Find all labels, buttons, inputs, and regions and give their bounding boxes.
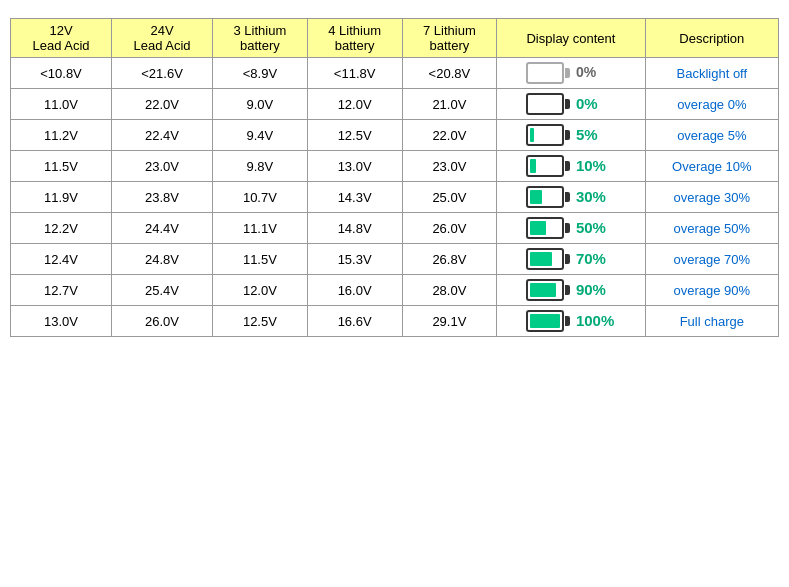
cell-v12: 13.0V — [11, 306, 112, 337]
cell-v3l: <8.9V — [213, 58, 308, 89]
cell-v3l: 11.5V — [213, 244, 308, 275]
cell-v7l: 28.0V — [402, 275, 497, 306]
cell-display: 90% — [497, 275, 645, 306]
battery-tip — [565, 130, 570, 140]
table-row: 11.9V23.8V10.7V14.3V25.0V30%overage 30% — [11, 182, 779, 213]
cell-v7l: 22.0V — [402, 120, 497, 151]
battery-body — [526, 124, 564, 146]
battery-tip — [565, 285, 570, 295]
cell-v4l: <11.8V — [307, 58, 402, 89]
cell-v3l: 9.8V — [213, 151, 308, 182]
cell-display: 30% — [497, 182, 645, 213]
cell-display: 5% — [497, 120, 645, 151]
battery-icon — [526, 248, 570, 270]
cell-description: overage 70% — [645, 244, 778, 275]
battery-fill — [530, 159, 536, 173]
cell-v3l: 9.0V — [213, 89, 308, 120]
table-row: 13.0V26.0V12.5V16.6V29.1V100%Full charge — [11, 306, 779, 337]
cell-v24: 26.0V — [112, 306, 213, 337]
cell-description: Backlight off — [645, 58, 778, 89]
cell-v4l: 16.0V — [307, 275, 402, 306]
battery-tip — [565, 161, 570, 171]
cell-v4l: 14.3V — [307, 182, 402, 213]
battery-body — [526, 62, 564, 84]
cell-description: overage 5% — [645, 120, 778, 151]
header-7li: 7 Lithiumbattery — [402, 19, 497, 58]
battery-percentage: 30% — [576, 188, 616, 207]
header-display: Display content — [497, 19, 645, 58]
cell-v12: 12.2V — [11, 213, 112, 244]
cell-v12: 11.2V — [11, 120, 112, 151]
cell-v3l: 12.0V — [213, 275, 308, 306]
battery-body — [526, 93, 564, 115]
header-3li: 3 Lithiumbattery — [213, 19, 308, 58]
display-cell: 10% — [503, 155, 638, 177]
battery-fill — [530, 252, 552, 266]
cell-v12: <10.8V — [11, 58, 112, 89]
cell-v4l: 12.5V — [307, 120, 402, 151]
battery-percentage: 10% — [576, 157, 616, 176]
cell-v12: 11.5V — [11, 151, 112, 182]
cell-v12: 11.0V — [11, 89, 112, 120]
header-12v: 12VLead Acid — [11, 19, 112, 58]
cell-v12: 12.7V — [11, 275, 112, 306]
cell-v7l: 21.0V — [402, 89, 497, 120]
display-cell: 0% — [503, 62, 638, 84]
cell-v7l: 23.0V — [402, 151, 497, 182]
cell-v4l: 15.3V — [307, 244, 402, 275]
cell-description: overage 30% — [645, 182, 778, 213]
battery-percentage: 90% — [576, 281, 616, 300]
display-cell: 30% — [503, 186, 638, 208]
cell-v12: 12.4V — [11, 244, 112, 275]
cell-v24: 24.4V — [112, 213, 213, 244]
display-cell: 90% — [503, 279, 638, 301]
battery-body — [526, 186, 564, 208]
cell-v4l: 16.6V — [307, 306, 402, 337]
cell-display: 0% — [497, 89, 645, 120]
battery-icon — [526, 310, 570, 332]
display-cell: 5% — [503, 124, 638, 146]
cell-v24: <21.6V — [112, 58, 213, 89]
battery-fill — [530, 283, 556, 297]
cell-v4l: 12.0V — [307, 89, 402, 120]
display-cell: 70% — [503, 248, 638, 270]
cell-display: 100% — [497, 306, 645, 337]
battery-percentage: 5% — [576, 126, 616, 145]
cell-description: overage 0% — [645, 89, 778, 120]
battery-percentage: 70% — [576, 250, 616, 269]
cell-v24: 25.4V — [112, 275, 213, 306]
display-cell: 100% — [503, 310, 638, 332]
cell-v24: 23.0V — [112, 151, 213, 182]
header-4li: 4 Lithiumbattery — [307, 19, 402, 58]
cell-description: Full charge — [645, 306, 778, 337]
battery-icon — [526, 186, 570, 208]
cell-v24: 24.8V — [112, 244, 213, 275]
battery-percentage: 0% — [576, 95, 616, 114]
cell-display: 70% — [497, 244, 645, 275]
table-row: 11.2V22.4V9.4V12.5V22.0V5%overage 5% — [11, 120, 779, 151]
cell-v24: 22.4V — [112, 120, 213, 151]
header-24v: 24VLead Acid — [112, 19, 213, 58]
battery-percentage: 0% — [576, 64, 616, 82]
display-cell: 50% — [503, 217, 638, 239]
battery-tip — [565, 254, 570, 264]
battery-icon — [526, 62, 570, 84]
table-row: 11.0V22.0V9.0V12.0V21.0V0%overage 0% — [11, 89, 779, 120]
cell-description: overage 50% — [645, 213, 778, 244]
table-row: 12.4V24.8V11.5V15.3V26.8V70%overage 70% — [11, 244, 779, 275]
cell-display: 50% — [497, 213, 645, 244]
table-row: 12.2V24.4V11.1V14.8V26.0V50%overage 50% — [11, 213, 779, 244]
table-row: 11.5V23.0V9.8V13.0V23.0V10%Overage 10% — [11, 151, 779, 182]
cell-v7l: 26.0V — [402, 213, 497, 244]
cell-v24: 23.8V — [112, 182, 213, 213]
battery-body — [526, 155, 564, 177]
battery-icon — [526, 155, 570, 177]
cell-v3l: 10.7V — [213, 182, 308, 213]
cell-v7l: <20.8V — [402, 58, 497, 89]
battery-fill — [530, 190, 542, 204]
battery-icon — [526, 217, 570, 239]
cell-v12: 11.9V — [11, 182, 112, 213]
battery-icon — [526, 279, 570, 301]
battery-fill — [530, 221, 547, 235]
cell-description: overage 90% — [645, 275, 778, 306]
